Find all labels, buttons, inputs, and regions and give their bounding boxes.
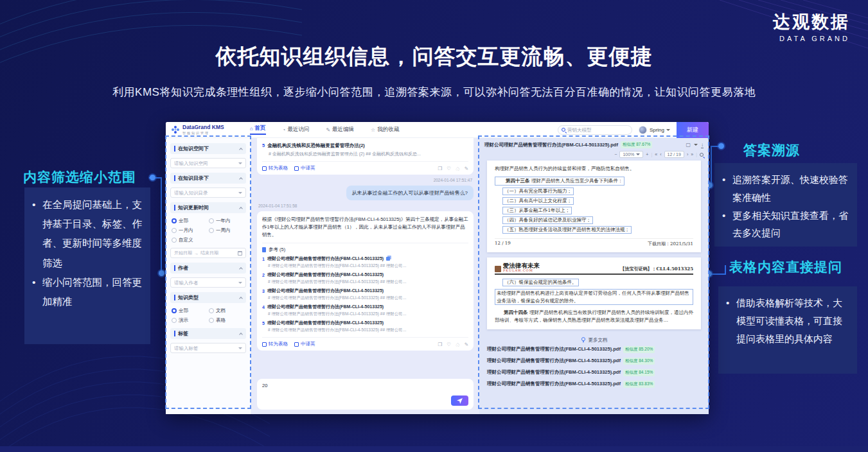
new-button[interactable]: 新建 [677,122,709,138]
reference-item[interactable]: 4 理财公司理财产品销售管理暂行办法(FBM-CLI-4-5013325) # … [262,304,468,317]
edit-icon[interactable]: ✎ [465,166,468,171]
knowledge-catalog-input[interactable] [170,187,246,198]
search-box[interactable] [558,125,632,135]
reference-title[interactable]: 理财公司理财产品销售管理暂行办法(FBM-CLI-4-5013325) [267,272,384,278]
app-logo-subtitle: 智能知识管理 [182,131,224,135]
collapse-icon[interactable] [239,333,243,336]
copy-icon[interactable]: ❐ [438,342,443,347]
nav-home[interactable]: ⌂ 首页 [250,125,266,135]
search-icon[interactable] [700,153,704,157]
radio-time-week[interactable]: 一周内 [209,227,245,234]
date-start[interactable]: 开始日期 [174,250,192,256]
thumbs-down-icon[interactable]: ♡ [456,166,460,171]
radio-type-all[interactable]: 全部 [172,308,208,314]
date-end[interactable]: 结束日期 [200,250,218,256]
thumbs-up-icon[interactable]: ♡ [447,342,451,347]
collapse-icon[interactable] [239,297,243,300]
reference-title[interactable]: 金融机构反洗钱和反恐怖融资监督管理办法(2) [267,143,365,149]
user-name[interactable]: Spring [650,127,664,133]
first-page-button[interactable]: « [655,152,657,157]
date-range-picker[interactable]: 开始日期 → 结束日期 [170,248,246,258]
search-input[interactable] [567,127,630,133]
reference-item[interactable]: 2 理财公司理财产品销售管理暂行办法(FBM-CLI-4-5013325) # … [262,272,468,285]
page-input[interactable]: 12 / 19 [664,151,684,158]
reference-item[interactable]: 3 理财公司理财产品销售管理暂行办法(FBM-CLI-4-5013325) # … [262,288,468,301]
radio-type-slides[interactable]: 演示 [172,317,208,324]
section-knowledge-type[interactable]: 知识类型 [170,292,246,303]
document-result-row[interactable]: 理财公司理财产品销售管理暂行办法(FBM-CLI-4-5013325).pdf … [487,369,701,376]
author-field[interactable] [174,280,238,286]
more-documents-header[interactable]: 更多文档 [487,337,701,343]
pdf-footer-date: 下载日期：2021/5/31 [648,241,693,247]
radio-time-custom[interactable]: 自定义 [172,237,208,243]
section-tag[interactable]: 标签 [170,328,246,339]
radio-time-year[interactable]: 一年内 [209,218,245,224]
section-knowledge-catalog[interactable]: 在知识目录下 [170,173,246,184]
knowledge-space-input[interactable] [170,158,246,168]
thumbs-up-icon[interactable]: ♡ [447,166,451,171]
tag-input[interactable] [170,343,246,353]
section-update-time[interactable]: 知识更新时间 [170,202,246,213]
avatar[interactable] [639,126,647,134]
last-page-button[interactable]: » [691,152,693,157]
reference-title[interactable]: 理财公司理财产品销售管理暂行办法(FBM-CLI-4-5013325) [267,256,384,262]
next-page-button[interactable]: › [687,152,688,157]
document-title[interactable]: 理财公司理财产品销售管理暂行办法(FBM-CLI-4-5013325).pdf [487,369,621,376]
reference-title[interactable]: 理财公司理财产品销售管理暂行办法(FBM-CLI-4-5013325) [267,288,384,294]
zoom-select[interactable]: 100% [619,151,643,158]
chevron-down-icon[interactable] [666,129,670,131]
translate-button[interactable]: 中译英 [294,165,315,171]
collapse-icon[interactable] [239,207,243,211]
thumbs-down-icon[interactable]: ♡ [456,342,460,347]
edit-icon[interactable]: ✎ [465,342,468,347]
copy-icon[interactable]: ❐ [438,166,443,171]
section-label: 知识类型 [178,294,240,301]
preview-icon[interactable] [386,257,390,261]
chevron-down-icon[interactable] [694,144,698,146]
zoom-in-button[interactable]: + [646,152,648,157]
radio-label: 一月内 [179,227,193,234]
to-table-button[interactable]: 转为表格 [262,341,288,347]
tag-field[interactable] [174,345,238,351]
reference-item[interactable]: 5 理财公司理财产品销售管理暂行办法(FBM-CLI-4-5013325) # … [262,320,468,333]
prev-page-button[interactable]: ‹ [660,152,661,157]
zoom-out-button[interactable]: − [614,152,617,157]
reference-item[interactable]: 1 理财公司理财产品销售管理暂行办法(FBM-CLI-4-5013325) # … [262,256,468,269]
to-table-label: 转为表格 [269,341,288,347]
knowledge-catalog-field[interactable] [174,190,238,196]
section-author[interactable]: 作者 [170,263,246,274]
reference-number: 1 [262,257,265,261]
app-logo[interactable]: DataGrand KMS 智能知识管理 [171,125,224,134]
document-result-row[interactable]: 理财公司理财产品销售管理暂行办法(FBM-CLI-4-5013325).pdf … [487,358,701,365]
nav-recent-visits[interactable]: ◔ 最近访问 [283,126,310,134]
translate-button[interactable]: 中译英 [294,341,315,347]
layout-icon[interactable]: ▢ [686,142,691,148]
nav-favorites[interactable]: ☆ 我的收藏 [371,126,399,134]
document-title[interactable]: 理财公司理财产品销售管理暂行办法(FBM-CLI-4-5013325).pdf [487,346,621,352]
collapse-icon[interactable] [239,267,243,271]
reference-title[interactable]: 理财公司理财产品销售管理暂行办法(FBM-CLI-4-5013325) [267,304,384,310]
radio-time-all[interactable]: 全部 [172,218,208,224]
document-result-row[interactable]: 理财公司理财产品销售管理暂行办法(FBM-CLI-4-5013325).pdf … [487,381,701,388]
document-result-row[interactable]: 理财公司理财产品销售管理暂行办法(FBM-CLI-4-5013325).pdf … [487,346,701,353]
collapse-icon[interactable] [239,177,243,181]
to-table-button[interactable]: 转为表格 [262,165,288,171]
chat-input-value[interactable]: 20 [262,383,468,388]
radio-type-doc[interactable]: 文档 [209,308,245,314]
pdf-condition: （一）具有完全民事行为能力； [502,187,574,195]
collapse-icon[interactable] [239,148,243,152]
section-knowledge-space[interactable]: 在知识空间下 [170,143,246,154]
pdf-title[interactable]: 理财公司理财产品销售管理暂行办法(FBM-CLI-4-5013325).pdf [484,142,618,148]
nav-recent-edits[interactable]: ✎ 最近编辑 [326,126,354,134]
radio-type-sheet[interactable]: 表格 [209,317,245,324]
document-icon [262,247,266,252]
document-title[interactable]: 理财公司理财产品销售管理暂行办法(FBM-CLI-4-5013325).pdf [487,358,621,364]
knowledge-space-field[interactable] [174,161,238,166]
download-icon[interactable]: ↓ [701,142,704,148]
chat-input[interactable]: 20 [257,379,474,410]
reference-title[interactable]: 理财公司理财产品销售管理暂行办法(FBM-CLI-4-5013325) [267,320,384,326]
document-title[interactable]: 理财公司理财产品销售管理暂行办法(FBM-CLI-4-5013325).pdf [487,381,621,387]
author-input[interactable] [170,277,246,288]
radio-time-month[interactable]: 一月内 [172,227,208,234]
send-button[interactable] [451,396,468,406]
